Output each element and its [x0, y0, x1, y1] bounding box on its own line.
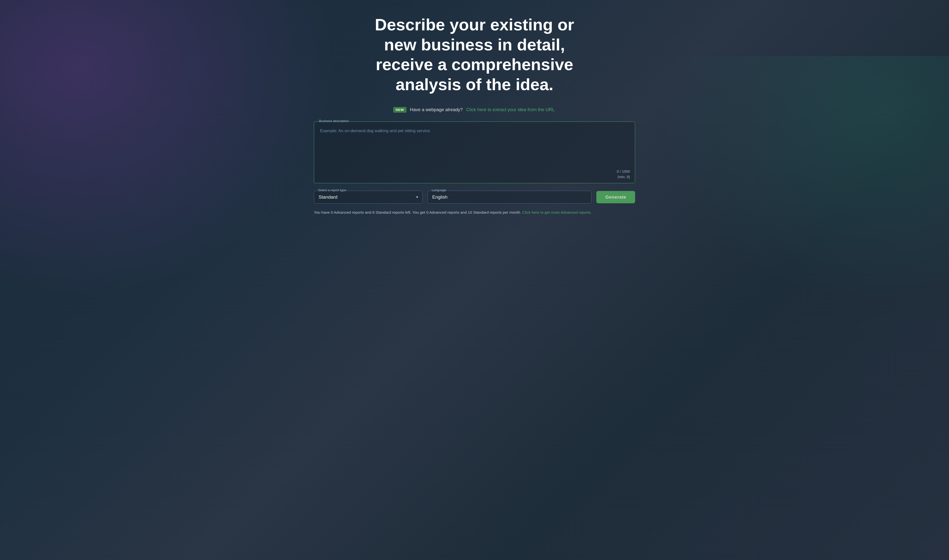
- promo-static-text: Have a webpage already?: [410, 107, 463, 112]
- char-count-min: (min. 8): [618, 175, 630, 179]
- language-wrapper: Language: [428, 191, 592, 203]
- get-more-reports-link[interactable]: Click here to get more Advanced reports.: [522, 210, 592, 214]
- url-promo-bar: NEW Have a webpage already? Click here t…: [393, 107, 556, 113]
- report-type-label: Select a report type: [317, 188, 347, 192]
- report-type-wrapper: Select a report type Standard Advanced ▼: [314, 191, 423, 203]
- page-title: Describe your existing or new business i…: [363, 15, 586, 95]
- main-container: Describe your existing or new business i…: [302, 15, 647, 215]
- extract-from-url-link[interactable]: Click here to extract your idea from the…: [466, 107, 556, 112]
- char-count-number: 0 / 1000: [617, 169, 630, 174]
- business-description-input[interactable]: [319, 126, 630, 166]
- report-type-select[interactable]: Standard Advanced: [317, 194, 419, 201]
- new-badge: NEW: [393, 107, 407, 113]
- char-count: 0 / 1000 (min. 8): [319, 169, 630, 180]
- form-section: Business description 0 / 1000 (min. 8) S…: [314, 122, 635, 215]
- language-label: Language: [431, 188, 447, 192]
- report-info: You have 0 Advanced reports and 8 Standa…: [314, 209, 635, 215]
- business-description-label: Business description: [318, 119, 350, 123]
- business-description-wrapper: Business description 0 / 1000 (min. 8): [314, 122, 635, 183]
- bottom-controls: Select a report type Standard Advanced ▼…: [314, 191, 635, 203]
- language-input[interactable]: [431, 194, 588, 201]
- report-info-text: You have 0 Advanced reports and 8 Standa…: [314, 210, 521, 214]
- generate-button[interactable]: Generate: [596, 191, 635, 203]
